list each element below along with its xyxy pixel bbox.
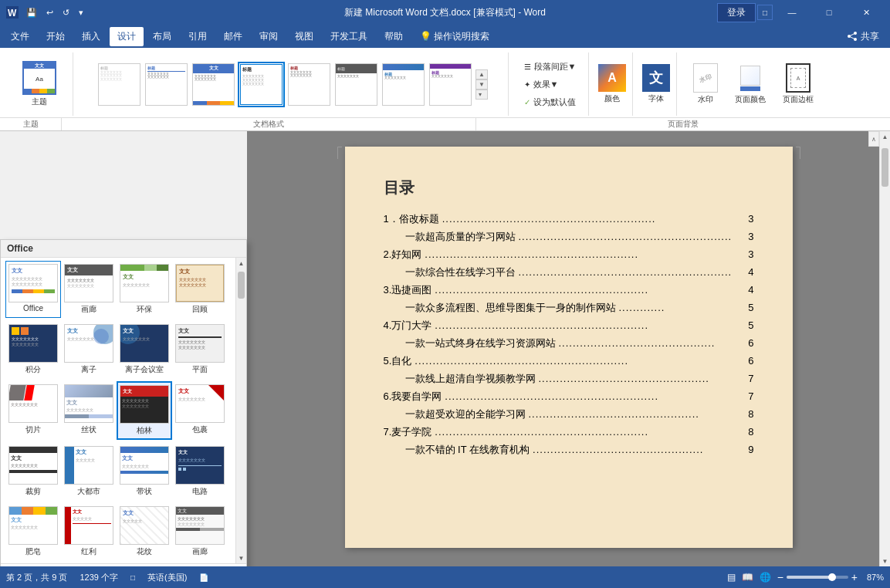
ribbon-group-docstyles: 标题 文文文文文文文 文文文文文文文 文文文文文文文 标题 文文文文文文文 文文…: [76, 52, 509, 116]
menu-file[interactable]: 文件: [3, 27, 37, 46]
menu-layout[interactable]: 布局: [145, 27, 179, 46]
redo-btn[interactable]: ↺: [59, 6, 73, 19]
scroll-up-arrow[interactable]: ▲: [475, 69, 488, 79]
theme-gallery[interactable]: 文文 文文文文文文文 文文文文文文文 画廊: [61, 261, 117, 318]
theme-gallery2[interactable]: 文文 文文文文文文文 文文文文文文文: [172, 503, 228, 560]
window-title: 新建 Microsoft Word 文档.docx [兼容模式] - Word: [344, 6, 546, 19]
style-5[interactable]: 标题 文文文文文文文 文文文文文文文: [286, 62, 332, 107]
page-color-button[interactable]: 页面颜色: [728, 59, 773, 109]
menu-home[interactable]: 开始: [39, 27, 73, 46]
theme-ion[interactable]: 文文 文文文文文文文 离子: [61, 321, 117, 378]
zoom-in-btn[interactable]: +: [851, 571, 858, 583]
view-normal-icon[interactable]: ▤: [727, 572, 736, 583]
ribbon-collapse-btn[interactable]: ∧: [868, 131, 879, 147]
close-btn[interactable]: ✕: [848, 0, 884, 25]
menu-review[interactable]: 审阅: [252, 27, 286, 46]
label-pagebackground: 页面背景: [476, 118, 890, 130]
scroll-up-btn[interactable]: ▲: [236, 258, 246, 269]
menu-mail[interactable]: 邮件: [216, 27, 250, 46]
vscroll-thumb[interactable]: [882, 148, 888, 187]
theme-integral[interactable]: 文文文文文文文 文文文文文文文 积分: [5, 321, 61, 378]
menu-references[interactable]: 引用: [181, 27, 215, 46]
minimize-btn[interactable]: —: [774, 0, 810, 25]
style-1[interactable]: 标题 文文文文文文文 文文文文文文文 文文文文文文文: [96, 62, 142, 107]
theme-silk[interactable]: 文文 文文文文文文文 丝状: [61, 381, 117, 440]
scroll-thumb[interactable]: [238, 272, 245, 299]
vscroll-up[interactable]: ▲: [880, 131, 890, 142]
theme-crop[interactable]: 文文 文文文文文文文 裁剪: [5, 443, 61, 500]
view-web-icon[interactable]: 🌐: [760, 572, 771, 583]
theme-berlin-name: 柏林: [137, 425, 152, 436]
main-area: Office 文文 文文文文文文文文 文文文文文文文文: [0, 131, 890, 566]
toc-entry-4-sub: 一款一站式终身在线学习资源网站 ........................…: [384, 336, 754, 350]
theme-metro[interactable]: 文 文文 文文文文文 大都市: [61, 443, 117, 500]
theme-slice[interactable]: 文文文文文文文 切片: [5, 381, 61, 440]
maximize-btn[interactable]: □: [811, 0, 847, 25]
themes-row-3: 文文文文文文文 切片 文文 文文文文文文文: [1, 380, 235, 441]
theme-berlin-thumb: 文文 文文文文文文文 文文文文文文文: [120, 385, 169, 424]
theme-wrap[interactable]: 文文 文文文文文文文 包裹: [172, 381, 228, 440]
toc-entry-5-sub: 一款线上超清自学视频教学网 ..........................…: [384, 372, 754, 386]
save-quick-btn[interactable]: 💾: [23, 6, 40, 19]
zoom-slider[interactable]: [787, 576, 848, 579]
layout-icon: 📄: [199, 573, 208, 582]
menu-search[interactable]: 💡 操作说明搜索: [412, 27, 497, 46]
view-read-icon[interactable]: 📖: [742, 572, 753, 583]
style-6[interactable]: 标题 文文文文文文文: [333, 62, 379, 107]
theme-circuit[interactable]: 文文 文文文文文文文 电路: [172, 443, 228, 500]
theme-ion-boardroom[interactable]: 文文 文文文文文文文 离子会议室: [117, 321, 172, 378]
customize-quick-btn[interactable]: ▾: [76, 6, 86, 19]
set-default-btn[interactable]: ✓ 设为默认值: [520, 94, 580, 110]
style-4-selected[interactable]: 标题 文文文文文文文 文文文文文文文 文文文文文文文: [238, 62, 285, 107]
menu-share[interactable]: 共享: [839, 27, 887, 46]
theme-eco-name: 环保: [137, 304, 152, 315]
paragraph-spacing-btn[interactable]: ☰ 段落间距▼: [520, 59, 580, 75]
theme-dividend[interactable]: 文文 文文文文文 红利: [61, 503, 117, 560]
right-scrollbar: ▲ ▼: [879, 131, 890, 566]
menu-insert[interactable]: 插入: [74, 27, 108, 46]
menu-design[interactable]: 设计: [110, 27, 144, 46]
vscroll-down[interactable]: ▼: [880, 556, 890, 566]
login-button[interactable]: 登录: [717, 3, 756, 22]
zoom-thumb[interactable]: [828, 573, 836, 581]
theme-eco[interactable]: 文文 文文文文文文文 环保: [117, 261, 172, 318]
scroll-down-btn[interactable]: ▼: [236, 553, 246, 563]
effects-btn[interactable]: ✦ 效果▼: [520, 76, 580, 93]
theme-ribbon-name: 带状: [137, 486, 152, 497]
page-border-button[interactable]: A 页面边框: [776, 59, 821, 109]
theme-flat[interactable]: 文文 文文文文文文文 文文文文文文文 平面: [172, 321, 228, 378]
font-button[interactable]: 文: [642, 64, 670, 92]
ribbon-display-btn[interactable]: □: [757, 5, 773, 20]
window-controls: 登录 □ — □ ✕: [717, 0, 884, 25]
undo-btn[interactable]: ↩: [43, 6, 56, 19]
theme-retro[interactable]: 文文 文文文文文文文 文文文文文文文 回顾: [172, 261, 228, 318]
theme-wrap-name: 包裹: [192, 424, 208, 435]
page-info: 第 2 页，共 9 页: [6, 572, 67, 583]
theme-ribbon[interactable]: 文文 文文文文文文文 带状: [117, 443, 172, 500]
theme-soap[interactable]: 文文 文文文文文文文 肥皂: [5, 503, 61, 560]
menu-view[interactable]: 视图: [287, 27, 321, 46]
style-3[interactable]: 文文 文文文文文文文 文文文文文文文: [191, 62, 236, 107]
vscroll-track: [880, 142, 890, 556]
style-2[interactable]: 标题 文文文文文文文 文文文文文文文: [144, 62, 189, 107]
theme-office[interactable]: 文文 文文文文文文文文 文文文文文文文文: [5, 261, 61, 318]
theme-pattern[interactable]: 文文 文文文文文 花纹: [117, 503, 172, 560]
watermark-button[interactable]: 水印 水印: [686, 59, 725, 109]
menu-help[interactable]: 帮助: [377, 27, 411, 46]
theme-berlin[interactable]: 文文 文文文文文文文 文文文文文文文 柏林: [117, 381, 172, 440]
scroll-more-arrow[interactable]: ▾: [475, 90, 488, 100]
zoom-out-btn[interactable]: −: [777, 571, 783, 583]
ribbon-group-colors: ☰ 段落间距▼ ✦ 效果▼ ✓ 设为默认值: [512, 52, 589, 116]
themes-button[interactable]: 文文 Aa 主题: [12, 57, 66, 111]
themes-row-1: 文文 文文文文文文文文 文文文文文文文文: [1, 258, 235, 319]
style-8[interactable]: 标题 文文文文文文文: [428, 62, 473, 107]
style-7[interactable]: 标题 文文文文文文文: [381, 62, 426, 107]
language[interactable]: 英语(美国): [147, 572, 187, 583]
ribbon-labels: 主题 文档格式 页面背景: [0, 117, 890, 130]
colors-button[interactable]: A: [598, 64, 626, 92]
scroll-down-arrow[interactable]: ▼: [475, 79, 488, 90]
zoom-level[interactable]: 87%: [861, 573, 884, 582]
menu-developer[interactable]: 开发工具: [323, 27, 375, 46]
theme-integral-thumb: 文文文文文文文 文文文文文文文: [8, 324, 58, 363]
page-corner-tr: [796, 147, 800, 159]
